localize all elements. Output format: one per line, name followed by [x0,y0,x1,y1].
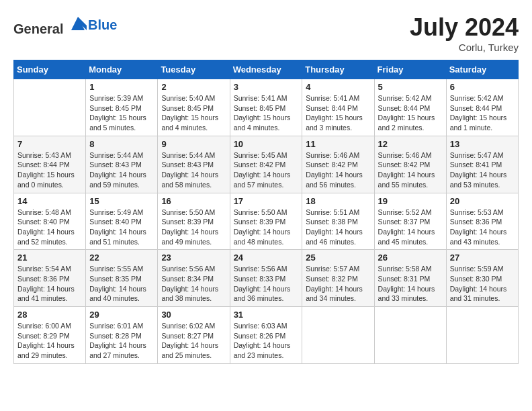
day-info: Sunrise: 6:00 AM Sunset: 8:29 PM Dayligh… [17,321,82,361]
logo: General Blue [13,13,117,37]
calendar-cell: 29Sunrise: 6:01 AM Sunset: 8:28 PM Dayli… [86,307,158,364]
day-number: 11 [306,139,370,149]
day-number: 14 [17,196,82,206]
day-info: Sunrise: 5:45 AM Sunset: 8:42 PM Dayligh… [234,150,299,190]
day-info: Sunrise: 5:44 AM Sunset: 8:43 PM Dayligh… [161,150,226,190]
day-info: Sunrise: 5:46 AM Sunset: 8:42 PM Dayligh… [378,150,443,190]
calendar-cell: 19Sunrise: 5:52 AM Sunset: 8:37 PM Dayli… [374,193,446,250]
day-number: 17 [234,196,299,206]
weekday-header-saturday: Saturday [446,60,518,79]
day-number: 2 [161,82,226,92]
day-number: 25 [306,253,370,263]
calendar-cell: 15Sunrise: 5:49 AM Sunset: 8:40 PM Dayli… [86,193,158,250]
calendar-cell: 1Sunrise: 5:39 AM Sunset: 8:45 PM Daylig… [86,79,158,136]
day-info: Sunrise: 5:56 AM Sunset: 8:33 PM Dayligh… [234,264,299,304]
day-number: 23 [161,253,226,263]
day-number: 7 [17,139,82,149]
day-number: 21 [17,253,82,263]
calendar-cell: 10Sunrise: 5:45 AM Sunset: 8:42 PM Dayli… [230,136,302,193]
calendar-cell: 3Sunrise: 5:41 AM Sunset: 8:45 PM Daylig… [230,79,302,136]
day-info: Sunrise: 5:57 AM Sunset: 8:32 PM Dayligh… [306,264,370,304]
calendar-cell: 24Sunrise: 5:56 AM Sunset: 8:33 PM Dayli… [230,250,302,307]
weekday-header-tuesday: Tuesday [158,60,230,79]
logo-blue-text: Blue [88,17,117,32]
day-info: Sunrise: 6:01 AM Sunset: 8:28 PM Dayligh… [89,321,154,361]
calendar-cell [446,307,518,364]
calendar-cell: 21Sunrise: 5:54 AM Sunset: 8:36 PM Dayli… [14,250,86,307]
weekday-header-sunday: Sunday [14,60,86,79]
day-number: 8 [89,139,154,149]
day-number: 3 [234,82,299,92]
page-header: General Blue July 2024 Corlu, Turkey [13,13,519,53]
calendar-cell [14,79,86,136]
calendar-cell: 2Sunrise: 5:40 AM Sunset: 8:45 PM Daylig… [158,79,230,136]
day-number: 20 [450,196,515,206]
day-info: Sunrise: 5:56 AM Sunset: 8:34 PM Dayligh… [161,264,226,304]
calendar-cell: 8Sunrise: 5:44 AM Sunset: 8:43 PM Daylig… [86,136,158,193]
calendar-cell: 25Sunrise: 5:57 AM Sunset: 8:32 PM Dayli… [302,250,374,307]
weekday-header-friday: Friday [374,60,446,79]
calendar-week-row: 14Sunrise: 5:48 AM Sunset: 8:40 PM Dayli… [14,193,519,250]
calendar-cell [374,307,446,364]
weekday-header-row: SundayMondayTuesdayWednesdayThursdayFrid… [14,60,519,79]
location-subtitle: Corlu, Turkey [410,42,519,53]
day-info: Sunrise: 5:46 AM Sunset: 8:42 PM Dayligh… [306,150,370,190]
calendar-cell: 27Sunrise: 5:59 AM Sunset: 8:30 PM Dayli… [446,250,518,307]
calendar-week-row: 1Sunrise: 5:39 AM Sunset: 8:45 PM Daylig… [14,79,519,136]
weekday-header-wednesday: Wednesday [230,60,302,79]
day-number: 30 [161,310,226,320]
calendar-cell: 17Sunrise: 5:50 AM Sunset: 8:39 PM Dayli… [230,193,302,250]
calendar-cell: 12Sunrise: 5:46 AM Sunset: 8:42 PM Dayli… [374,136,446,193]
calendar-cell: 30Sunrise: 6:02 AM Sunset: 8:27 PM Dayli… [158,307,230,364]
calendar-cell: 22Sunrise: 5:55 AM Sunset: 8:35 PM Dayli… [86,250,158,307]
title-block: July 2024 Corlu, Turkey [410,13,519,53]
day-info: Sunrise: 5:42 AM Sunset: 8:44 PM Dayligh… [378,93,443,133]
day-info: Sunrise: 5:43 AM Sunset: 8:44 PM Dayligh… [17,150,82,190]
day-info: Sunrise: 5:50 AM Sunset: 8:39 PM Dayligh… [161,208,226,247]
day-number: 29 [89,310,154,320]
day-number: 26 [378,253,443,263]
day-number: 15 [89,196,154,206]
day-info: Sunrise: 5:41 AM Sunset: 8:44 PM Dayligh… [306,93,370,133]
day-info: Sunrise: 5:53 AM Sunset: 8:36 PM Dayligh… [450,208,515,247]
calendar-cell: 7Sunrise: 5:43 AM Sunset: 8:44 PM Daylig… [14,136,86,193]
day-info: Sunrise: 5:55 AM Sunset: 8:35 PM Dayligh… [89,264,154,304]
day-number: 24 [234,253,299,263]
day-info: Sunrise: 5:42 AM Sunset: 8:44 PM Dayligh… [450,93,515,133]
day-number: 10 [234,139,299,149]
calendar-week-row: 28Sunrise: 6:00 AM Sunset: 8:29 PM Dayli… [14,307,519,364]
day-info: Sunrise: 5:40 AM Sunset: 8:45 PM Dayligh… [161,93,226,133]
day-number: 9 [161,139,226,149]
calendar-cell: 4Sunrise: 5:41 AM Sunset: 8:44 PM Daylig… [302,79,374,136]
day-info: Sunrise: 6:02 AM Sunset: 8:27 PM Dayligh… [161,321,226,361]
day-info: Sunrise: 5:51 AM Sunset: 8:38 PM Dayligh… [306,208,370,247]
calendar-table: SundayMondayTuesdayWednesdayThursdayFrid… [13,60,519,364]
calendar-cell [302,307,374,364]
calendar-cell: 28Sunrise: 6:00 AM Sunset: 8:29 PM Dayli… [14,307,86,364]
day-number: 28 [17,310,82,320]
day-info: Sunrise: 5:39 AM Sunset: 8:45 PM Dayligh… [89,93,154,133]
calendar-cell: 5Sunrise: 5:42 AM Sunset: 8:44 PM Daylig… [374,79,446,136]
day-number: 5 [378,82,443,92]
day-info: Sunrise: 5:54 AM Sunset: 8:36 PM Dayligh… [17,264,82,304]
day-number: 12 [378,139,443,149]
day-number: 27 [450,253,515,263]
calendar-cell: 11Sunrise: 5:46 AM Sunset: 8:42 PM Dayli… [302,136,374,193]
calendar-cell: 26Sunrise: 5:58 AM Sunset: 8:31 PM Dayli… [374,250,446,307]
day-number: 31 [234,310,299,320]
day-info: Sunrise: 6:03 AM Sunset: 8:26 PM Dayligh… [234,321,299,361]
calendar-cell: 31Sunrise: 6:03 AM Sunset: 8:26 PM Dayli… [230,307,302,364]
day-info: Sunrise: 5:44 AM Sunset: 8:43 PM Dayligh… [89,150,154,190]
weekday-header-thursday: Thursday [302,60,374,79]
calendar-cell: 6Sunrise: 5:42 AM Sunset: 8:44 PM Daylig… [446,79,518,136]
day-info: Sunrise: 5:50 AM Sunset: 8:39 PM Dayligh… [234,208,299,247]
logo-general-text: General [13,21,63,36]
day-number: 19 [378,196,443,206]
day-number: 22 [89,253,154,263]
day-info: Sunrise: 5:59 AM Sunset: 8:30 PM Dayligh… [450,264,515,304]
day-number: 4 [306,82,370,92]
calendar-cell: 13Sunrise: 5:47 AM Sunset: 8:41 PM Dayli… [446,136,518,193]
day-number: 16 [161,196,226,206]
day-info: Sunrise: 5:48 AM Sunset: 8:40 PM Dayligh… [17,208,82,247]
weekday-header-monday: Monday [86,60,158,79]
